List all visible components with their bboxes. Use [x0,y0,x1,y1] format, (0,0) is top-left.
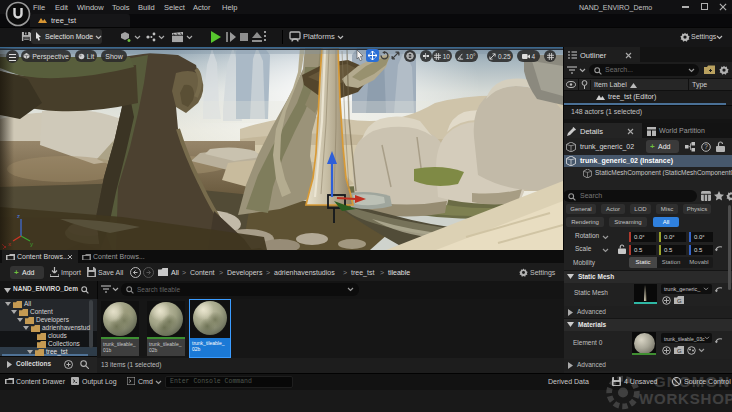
svg-text:?: ? [704,143,708,150]
svg-text:G: G [677,348,682,354]
svg-text:y: y [30,241,33,247]
svg-text:z: z [17,213,20,219]
svg-text:G: G [677,298,682,304]
